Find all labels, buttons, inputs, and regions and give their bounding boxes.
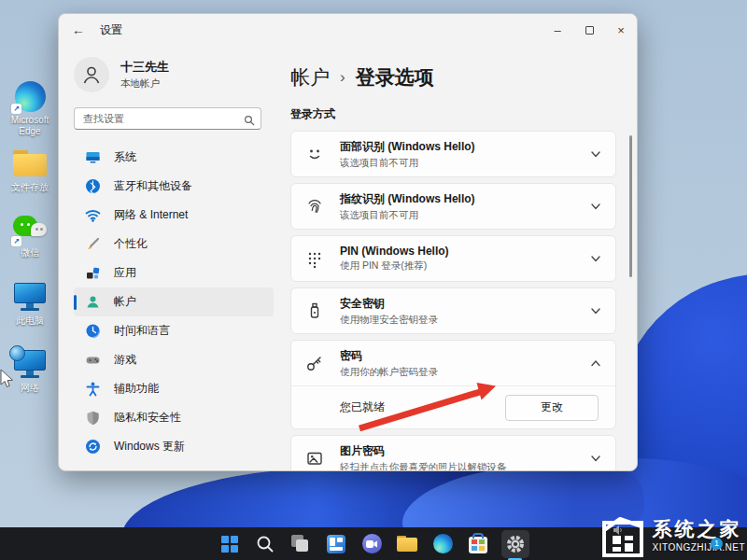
scrollbar-thumb[interactable] [629, 135, 632, 277]
window-title: 设置 [100, 22, 122, 38]
sidebar-nav: 系统 蓝牙和其他设备 网络 & Internet 个性化 [74, 143, 290, 461]
sidebar-item-accounts[interactable]: 帐户 [74, 287, 274, 316]
settings-taskbar-button[interactable] [501, 530, 529, 558]
accounts-icon [85, 294, 101, 310]
mouse-cursor [0, 369, 15, 389]
sidebar-item-windows-update[interactable]: Windows 更新 [74, 432, 274, 461]
search-input[interactable] [74, 107, 261, 130]
clock-icon [85, 323, 101, 339]
key-icon [304, 353, 327, 373]
desktop-icon-edge[interactable]: ↗ Microsoft Edge [1, 80, 59, 136]
user-profile[interactable]: 十三先生 本地帐户 [74, 57, 290, 92]
pin-keypad-icon [304, 248, 327, 269]
taskbar-search-button[interactable] [253, 532, 277, 556]
store-icon [469, 537, 487, 553]
notification-badge[interactable]: 1 [711, 538, 723, 550]
start-button[interactable] [218, 532, 242, 556]
personalization-brush-icon [85, 236, 101, 252]
desktop-icon-this-pc[interactable]: 此电脑 [1, 281, 59, 327]
game-controller-icon [85, 352, 101, 368]
change-password-button[interactable]: 更改 [505, 395, 599, 421]
update-arrows-icon [85, 439, 101, 455]
fingerprint-icon [304, 196, 327, 217]
desktop-icon-folder[interactable]: 文件存放 [1, 147, 59, 193]
shield-icon [85, 410, 101, 426]
selected-indicator [74, 295, 77, 310]
breadcrumb-parent[interactable]: 帐户 [290, 64, 330, 91]
system-icon [85, 149, 101, 165]
shortcut-arrow-icon: ↗ [11, 236, 21, 246]
search-icon [244, 113, 255, 130]
chevron-down-icon[interactable] [587, 200, 602, 213]
widgets-button[interactable] [324, 532, 348, 556]
desktop-icon-label: 此电脑 [16, 315, 44, 327]
search-icon [256, 535, 275, 553]
avatar [74, 57, 109, 92]
sidebar-item-personalization[interactable]: 个性化 [74, 230, 274, 259]
xitongzhijia-logo-icon [601, 515, 648, 558]
watermark-title: 系统之家 [653, 519, 742, 539]
sidebar-item-bluetooth-devices[interactable]: 蓝牙和其他设备 [74, 172, 274, 201]
desktop-icon-label: 微信 [21, 247, 39, 259]
sidebar-item-privacy-security[interactable]: 隐私和安全性 [74, 403, 274, 432]
picture-password-icon [304, 448, 327, 469]
folder-icon [13, 147, 47, 179]
card-pin[interactable]: PIN (Windows Hello) 使用 PIN 登录(推荐) [290, 235, 616, 282]
edge-shortcut-icon: ↗ [13, 80, 47, 112]
shortcut-arrow-icon: ↗ [11, 104, 21, 114]
chevron-down-icon[interactable] [587, 304, 602, 317]
accessibility-person-icon [85, 381, 101, 397]
sidebar-item-apps[interactable]: 应用 [74, 259, 274, 287]
chevron-down-icon[interactable] [587, 252, 602, 265]
task-view-button[interactable] [289, 532, 313, 556]
sidebar-item-gaming[interactable]: 游戏 [74, 345, 274, 374]
chevron-up-icon[interactable] [587, 357, 602, 370]
close-button[interactable]: × [605, 14, 637, 46]
face-icon [304, 144, 327, 164]
store-button[interactable] [466, 532, 490, 556]
card-security-key[interactable]: 安全密钥 使用物理安全密钥登录 [290, 287, 616, 334]
edge-button[interactable] [430, 532, 455, 556]
start-icon [221, 536, 238, 553]
card-face-recognition[interactable]: 面部识别 (Windows Hello) 该选项目前不可用 [290, 131, 616, 177]
profile-account-type: 本地帐户 [120, 77, 169, 91]
settings-sidebar: 十三先生 本地帐户 系统 [59, 46, 290, 471]
search-box[interactable] [74, 107, 261, 130]
minimize-button[interactable]: – [542, 14, 573, 46]
chat-button[interactable] [359, 532, 384, 556]
profile-name: 十三先生 [120, 59, 169, 76]
breadcrumb: 帐户 › 登录选项 [290, 64, 616, 91]
desktop-icon-wechat[interactable]: ↗ 微信 [1, 213, 59, 259]
desktop-icon-label: 文件存放 [11, 182, 49, 193]
card-password[interactable]: 密码 使用你的帐户密码登录 您已就绪 更改 [290, 340, 616, 429]
settings-gear-icon [505, 534, 526, 554]
edge-icon [433, 534, 453, 553]
card-picture-password[interactable]: 图片密码 轻扫并点击你最喜爱的照片以解锁设备 [290, 435, 616, 471]
volume-icon [613, 525, 624, 536]
sidebar-item-network-internet[interactable]: 网络 & Internet [74, 201, 274, 230]
settings-window: ← 设置 – × 十三先生 本地帐户 [58, 13, 638, 471]
sidebar-item-accessibility[interactable]: 辅助功能 [74, 374, 274, 403]
this-pc-icon [13, 281, 47, 313]
widgets-icon [327, 535, 345, 553]
chevron-down-icon[interactable] [587, 452, 602, 465]
desktop-screen: ↗ Microsoft Edge 文件存放 ↗ 微信 此电脑 网络 ← 设置 – [0, 0, 747, 560]
page-title: 登录选项 [356, 64, 434, 91]
chat-icon [362, 534, 382, 553]
file-explorer-icon [397, 536, 417, 552]
maximize-button[interactable] [573, 14, 605, 46]
desktop-icon-label: Microsoft Edge [1, 115, 59, 136]
titlebar: ← 设置 – × [59, 14, 637, 46]
desktop-icon-label: 网络 [21, 383, 39, 394]
sidebar-item-time-language[interactable]: 时间和语言 [74, 316, 274, 345]
card-fingerprint[interactable]: 指纹识别 (Windows Hello) 该选项目前不可用 [290, 183, 616, 230]
breadcrumb-separator-icon: › [340, 68, 345, 87]
section-label: 登录方式 [290, 106, 616, 122]
sidebar-item-system[interactable]: 系统 [74, 143, 274, 172]
back-button[interactable]: ← [72, 22, 92, 37]
file-explorer-button[interactable] [395, 532, 419, 556]
apps-icon [85, 265, 101, 281]
wechat-shortcut-icon: ↗ [13, 213, 47, 245]
password-expanded-body: 您已就绪 更改 [291, 385, 615, 428]
chevron-down-icon[interactable] [587, 147, 602, 161]
